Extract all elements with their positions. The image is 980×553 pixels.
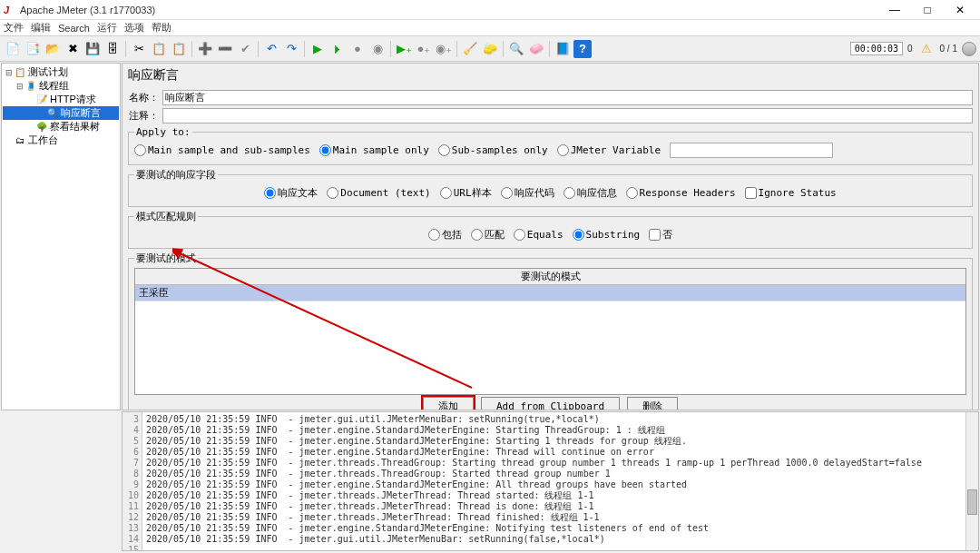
response-field-radio[interactable] [264, 187, 276, 199]
menu-search[interactable]: Search [58, 23, 90, 34]
remote-start-icon[interactable]: ▶₊ [395, 40, 413, 58]
response-field-option[interactable]: 响应代码 [501, 186, 554, 200]
tree-item[interactable]: 📝HTTP请求 [3, 93, 119, 106]
tree-item[interactable]: ⊟📋测试计划 [3, 65, 119, 79]
menu-help[interactable]: 帮助 [152, 21, 172, 35]
menu-run[interactable]: 运行 [97, 21, 117, 35]
response-field-option[interactable]: URL样本 [440, 186, 492, 200]
ignore-status-checkbox[interactable] [745, 187, 757, 199]
response-field-radio[interactable] [440, 187, 452, 199]
delete-pattern-button[interactable]: 删除 [627, 397, 678, 410]
new-icon[interactable]: 📄 [4, 40, 22, 58]
toggle-icon[interactable]: ✔ [236, 40, 254, 58]
apply-to-option[interactable]: JMeter Variable [557, 144, 661, 156]
tree-item[interactable]: 🌳察看结果树 [3, 120, 119, 133]
matching-rule-option[interactable]: Equals [514, 229, 564, 241]
stop-icon[interactable]: ● [348, 40, 367, 58]
add-from-clipboard-button[interactable]: Add from Clipboard [481, 397, 620, 410]
tree-item-label: 测试计划 [28, 65, 68, 79]
log-scrollbar[interactable] [965, 412, 978, 550]
copy-icon[interactable]: 📋 [150, 40, 168, 58]
function-helper-icon[interactable]: 📘 [554, 40, 572, 58]
apply-to-radio[interactable] [134, 144, 146, 156]
jmeter-variable-input[interactable] [670, 143, 833, 158]
tree-item[interactable]: 🗂工作台 [3, 133, 119, 147]
response-field-option[interactable]: Response Headers [626, 187, 736, 199]
minimize-button[interactable]: — [878, 1, 911, 19]
tree-toggle-icon[interactable]: ⊟ [15, 82, 24, 91]
response-field-option[interactable]: Document (text) [327, 187, 430, 199]
apply-to-radio[interactable] [438, 144, 450, 156]
matching-rule-option[interactable]: Substring [573, 229, 641, 241]
response-field-radio[interactable] [327, 187, 338, 199]
save-as-icon[interactable]: 🗄 [103, 40, 122, 58]
help-icon[interactable]: ? [573, 40, 592, 58]
clear-icon[interactable]: 🧹 [461, 40, 479, 58]
menu-edit[interactable]: 编辑 [31, 21, 51, 35]
matching-rule-radio[interactable] [514, 229, 525, 241]
log-viewer[interactable]: 3456789101112131415 2020/05/10 21:35:59 … [122, 411, 979, 551]
redo-icon[interactable]: ↷ [282, 40, 300, 58]
matching-rule-radio[interactable] [471, 229, 483, 241]
apply-to-option[interactable]: Main sample and sub-samples [134, 144, 310, 156]
maximize-button[interactable]: □ [911, 1, 944, 19]
main-toolbar: 📄 📑 📂 ✖ 💾 🗄 ✂ 📋 📋 ➕ ➖ ✔ ↶ ↷ ▶ ⏵ ● ◉ ▶₊ ●… [0, 36, 980, 62]
reset-search-icon[interactable]: 🧼 [527, 40, 545, 58]
matching-rule-option[interactable]: 包括 [428, 228, 462, 242]
not-option[interactable]: 否 [649, 228, 672, 242]
matching-rule-radio[interactable] [428, 229, 440, 241]
matching-rule-radio[interactable] [573, 229, 584, 241]
start-icon[interactable]: ▶ [309, 40, 327, 58]
shutdown-icon[interactable]: ◉ [368, 40, 387, 58]
response-field-option[interactable]: 响应文本 [264, 186, 318, 200]
clear-all-icon[interactable]: 🧽 [481, 40, 499, 58]
not-checkbox[interactable] [649, 229, 661, 241]
tree-node-icon: 📝 [35, 94, 48, 105]
templates-icon[interactable]: 📑 [24, 40, 42, 58]
response-field-option[interactable]: 响应信息 [564, 186, 617, 200]
search-icon[interactable]: 🔍 [507, 40, 525, 58]
save-icon[interactable]: 💾 [83, 40, 102, 58]
response-field-label: 响应信息 [577, 186, 617, 200]
pattern-row[interactable]: 王采臣 [135, 285, 965, 301]
window-title: Apache JMeter (3.1 r1770033) [20, 5, 878, 15]
remote-shutdown-icon[interactable]: ◉₊ [435, 40, 453, 58]
menu-options[interactable]: 选项 [124, 21, 144, 35]
cut-icon[interactable]: ✂ [130, 40, 148, 58]
name-input[interactable] [162, 90, 973, 105]
matching-rule-option[interactable]: 匹配 [471, 228, 505, 242]
response-field-radio[interactable] [564, 187, 575, 199]
apply-to-label: Sub-samples only [452, 144, 548, 156]
remote-stop-icon[interactable]: ●₊ [415, 40, 433, 58]
start-no-pause-icon[interactable]: ⏵ [328, 40, 347, 58]
add-pattern-button[interactable]: 添加 [423, 397, 474, 410]
response-field-radio[interactable] [626, 187, 638, 199]
tree-item[interactable]: 🔍响应断言 [3, 106, 119, 120]
close-window-button[interactable]: ✕ [944, 1, 976, 19]
warning-icon[interactable]: ⚠ [917, 40, 936, 58]
response-field-legend: 要测试的响应字段 [134, 168, 218, 182]
patterns-table[interactable]: 要测试的模式 王采臣 [134, 268, 966, 395]
assertion-editor-panel: 响应断言 名称： 注释： Apply to: Main sample and s… [122, 63, 979, 410]
comment-input[interactable] [162, 108, 973, 123]
apply-to-radio[interactable] [557, 144, 569, 156]
tree-toggle-icon[interactable]: ⊟ [5, 68, 14, 77]
scrollbar-thumb[interactable] [967, 489, 977, 515]
elapsed-time-display: 00:00:03 [850, 42, 903, 55]
expand-icon[interactable]: ➕ [196, 40, 214, 58]
ignore-status-option[interactable]: Ignore Status [745, 187, 837, 199]
apply-to-radio[interactable] [319, 144, 331, 156]
tree-item[interactable]: ⊟🧵线程组 [3, 79, 119, 93]
close-icon[interactable]: ✖ [64, 40, 82, 58]
paste-icon[interactable]: 📋 [170, 40, 188, 58]
undo-icon[interactable]: ↶ [262, 40, 280, 58]
menu-file[interactable]: 文件 [4, 21, 24, 35]
log-line-gutter: 3456789101112131415 [122, 412, 142, 550]
response-field-radio[interactable] [501, 187, 513, 199]
apply-to-option[interactable]: Main sample only [319, 144, 429, 156]
open-icon[interactable]: 📂 [44, 40, 62, 58]
collapse-icon[interactable]: ➖ [216, 40, 234, 58]
test-plan-tree[interactable]: ⊟📋测试计划⊟🧵线程组📝HTTP请求🔍响应断言🌳察看结果树🗂工作台 [1, 63, 121, 410]
apply-to-option[interactable]: Sub-samples only [438, 144, 548, 156]
response-field-label: 响应代码 [514, 186, 554, 200]
